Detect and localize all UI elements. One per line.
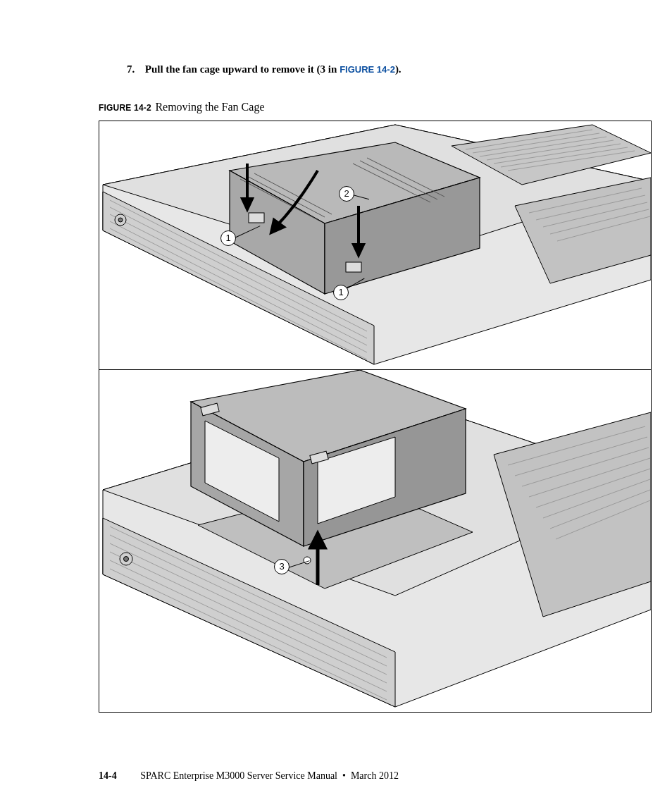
step-text-prefix: Pull the fan cage upward to remove it (3… [145,63,340,75]
footer-date: March 2012 [351,770,399,781]
figure-panel-bottom: 3 [99,370,651,712]
callout-1b: 1 [333,285,349,300]
figure-caption: FIGURE 14-2 Removing the Fan Cage [99,101,616,113]
figure-reference-link[interactable]: FIGURE 14-2 [340,64,395,75]
svg-point-8 [118,218,123,222]
callout-3: 3 [274,559,290,574]
step-number: 7. [127,63,142,75]
step-7: 7. Pull the fan cage upward to remove it… [127,63,616,75]
svg-point-49 [124,557,129,562]
page-number: 14-4 [99,770,117,781]
footer-doc-title: SPARC Enterprise M3000 Server Service Ma… [140,770,337,781]
page-footer: 14-4 SPARC Enterprise M3000 Server Servi… [99,770,399,782]
figure-14-2: 1 2 1 [99,121,652,713]
figure-panel-top: 1 2 1 [99,121,651,369]
svg-rect-34 [346,262,361,272]
step-text-suffix: ). [395,63,402,75]
callout-2: 2 [339,186,354,202]
callout-1a: 1 [220,230,236,246]
svg-rect-33 [249,213,264,223]
figure-title: Removing the Fan Cage [155,101,264,113]
footer-separator: • [342,770,346,781]
figure-code: FIGURE 14-2 [99,103,151,113]
